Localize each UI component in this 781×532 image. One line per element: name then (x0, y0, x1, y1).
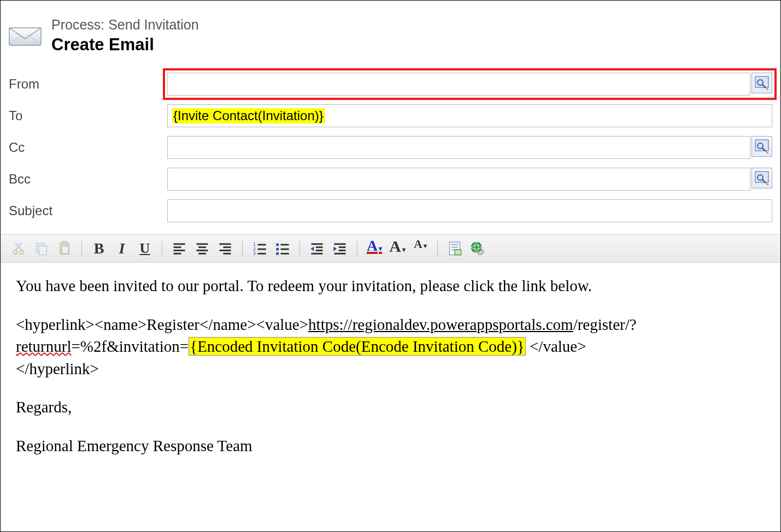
numbered-list-button[interactable]: 123 (248, 237, 271, 260)
copy-button[interactable] (30, 237, 53, 260)
toolbar-separator (437, 240, 438, 257)
to-field[interactable]: {Invite Contact(Invitation)} (167, 104, 772, 127)
svg-rect-40 (276, 244, 279, 246)
bullet-list-button[interactable] (271, 237, 294, 260)
invitation-code-token: {Encoded Invitation Code(Encode Invitati… (189, 337, 526, 356)
svg-rect-18 (39, 246, 46, 255)
svg-point-13 (14, 251, 17, 255)
from-field[interactable] (167, 73, 750, 96)
svg-rect-21 (62, 247, 68, 254)
subject-field[interactable] (167, 199, 772, 222)
svg-text:3: 3 (253, 251, 256, 256)
toolbar-separator (300, 240, 300, 257)
svg-point-14 (20, 251, 24, 255)
to-row: To {Invite Contact(Invitation)} (1, 100, 780, 132)
toolbar-separator (242, 240, 243, 257)
envelope-icon (9, 23, 42, 46)
cc-lookup-button[interactable] (751, 136, 772, 157)
font-grow-button[interactable]: A▾ (386, 237, 409, 260)
page-header: Process: Send Invitation Create Email (1, 1, 780, 68)
svg-marker-55 (333, 247, 337, 251)
to-label: To (9, 108, 167, 123)
svg-rect-0 (9, 28, 41, 45)
body-hyperlink-block: <hyperlink><name>Register</name><value>h… (16, 314, 765, 380)
cut-button[interactable] (7, 237, 30, 260)
paste-button[interactable] (53, 237, 76, 260)
svg-marker-50 (310, 247, 314, 251)
align-right-button[interactable] (214, 237, 237, 260)
cc-field[interactable] (167, 136, 750, 159)
font-shrink-button[interactable]: A▾ (409, 237, 432, 260)
underline-button[interactable]: U (133, 237, 156, 260)
italic-button[interactable]: I (110, 237, 133, 260)
toolbar-separator (357, 240, 357, 257)
font-color-button[interactable]: A▾ (363, 237, 386, 260)
page-title: Create Email (51, 35, 199, 55)
from-lookup-button[interactable] (751, 73, 772, 93)
align-center-button[interactable] (191, 237, 214, 260)
toolbar-separator (162, 240, 162, 257)
svg-rect-20 (62, 241, 67, 245)
body-regards: Regards, (16, 396, 765, 418)
body-signature: Regional Emergency Response Team (16, 435, 765, 457)
process-label: Process: Send Invitation (51, 17, 199, 33)
email-body-editor[interactable]: You have been invited to our portal. To … (1, 263, 780, 469)
align-left-button[interactable] (168, 237, 191, 260)
toolbar-separator (81, 240, 82, 257)
svg-rect-42 (276, 252, 279, 255)
subject-label: Subject (9, 203, 167, 218)
editor-toolbar: B I U 123 A▾ A▾ A▾ (1, 234, 780, 263)
insert-link-button[interactable] (466, 237, 489, 260)
bcc-label: Bcc (9, 172, 167, 187)
cc-row: Cc (1, 132, 780, 163)
from-label: From (9, 76, 167, 92)
bold-button[interactable]: B (87, 237, 110, 260)
indent-button[interactable] (328, 237, 351, 260)
bcc-row: Bcc (1, 163, 780, 195)
svg-rect-41 (276, 248, 279, 251)
bcc-field[interactable] (167, 168, 750, 191)
insert-template-button[interactable] (443, 237, 466, 260)
cc-label: Cc (9, 140, 167, 155)
from-row: From (1, 68, 780, 100)
outdent-button[interactable] (306, 237, 328, 260)
svg-rect-60 (455, 250, 461, 255)
subject-row: Subject (1, 195, 780, 227)
body-line-intro: You have been invited to our portal. To … (16, 275, 765, 297)
bcc-lookup-button[interactable] (751, 168, 772, 188)
to-placeholder-token: {Invite Contact(Invitation)} (172, 108, 325, 123)
